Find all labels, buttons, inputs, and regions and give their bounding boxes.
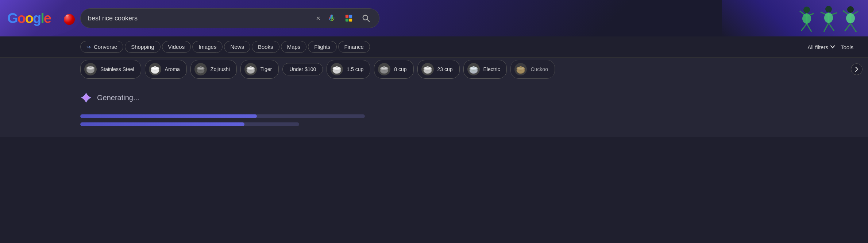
search-input[interactable] <box>88 15 316 22</box>
chip-img-8-cup <box>378 63 390 75</box>
chip-under-100[interactable]: Under $100 <box>282 63 323 75</box>
chip-zojirushi[interactable]: Zojirushi <box>190 60 237 79</box>
cuckoo-icon <box>516 64 526 74</box>
search-clear-button[interactable]: × <box>316 14 320 23</box>
submit-search-button[interactable] <box>360 12 372 24</box>
chip-1-5-cup[interactable]: 1.5 cup <box>327 60 370 79</box>
gemini-icon <box>80 92 92 103</box>
dancer-2-icon <box>819 5 839 36</box>
nav-item-news[interactable]: News <box>224 41 250 53</box>
google-logo[interactable]: Google <box>7 11 51 26</box>
chip-label-electric: Electric <box>483 66 500 72</box>
svg-point-22 <box>847 6 854 13</box>
chip-8-cup[interactable]: 8 cup <box>374 60 413 79</box>
chip-cuckoo[interactable]: Cuckoo <box>510 60 555 79</box>
svg-rect-3 <box>349 15 352 18</box>
voice-search-button[interactable] <box>326 12 337 24</box>
zojirushi-icon <box>196 64 206 74</box>
aroma-icon <box>150 64 160 74</box>
progress-bars-container <box>80 114 788 126</box>
8-cup-icon <box>379 64 389 74</box>
nav-right-controls: All filters Tools <box>807 44 853 50</box>
svg-rect-44 <box>250 66 252 68</box>
tools-label: Tools <box>841 44 853 50</box>
image-search-button[interactable] <box>343 12 355 24</box>
svg-point-21 <box>824 13 833 23</box>
ai-generating-icon <box>80 92 92 103</box>
svg-rect-52 <box>383 66 385 68</box>
svg-rect-4 <box>346 19 348 21</box>
logo-g: G <box>7 11 18 26</box>
dancer-1-icon <box>797 5 817 36</box>
svg-point-8 <box>803 7 810 13</box>
chip-tiger[interactable]: Tiger <box>240 60 279 79</box>
progress-bar-1-fill <box>80 114 257 118</box>
all-filters-label: All filters <box>807 44 828 50</box>
chips-next-button[interactable] <box>851 63 863 75</box>
svg-rect-48 <box>336 66 338 68</box>
nav-item-videos[interactable]: Videos <box>162 41 191 53</box>
chip-img-1-5-cup <box>331 63 343 75</box>
nav-item-finance[interactable]: Finance <box>338 41 370 53</box>
nav-label-books: Books <box>258 44 273 50</box>
chip-label-under-100: Under $100 <box>289 66 316 72</box>
chip-23-cup[interactable]: 23 cup <box>417 60 460 79</box>
23-cup-icon <box>423 64 433 74</box>
chip-img-stainless-steel <box>84 63 97 75</box>
mic-icon <box>328 14 336 22</box>
chip-img-tiger <box>244 63 257 75</box>
svg-rect-40 <box>200 66 202 68</box>
generating-label: Generating... <box>97 94 139 102</box>
chip-label-1-5-cup: 1.5 cup <box>347 66 363 72</box>
dancer-3-icon <box>841 5 861 36</box>
chip-electric[interactable]: Electric <box>463 60 507 79</box>
chips-bar: Stainless Steel Aroma Zojirushi <box>0 58 868 81</box>
search-action-icons <box>326 12 372 24</box>
nav-item-maps[interactable]: Maps <box>281 41 307 53</box>
svg-rect-56 <box>427 66 429 68</box>
logo-area: Google <box>7 11 51 26</box>
svg-point-28 <box>846 13 855 23</box>
chevron-down-icon <box>830 44 835 50</box>
nav-item-books[interactable]: Books <box>252 41 279 53</box>
electric-icon <box>468 64 479 74</box>
svg-point-14 <box>802 13 811 24</box>
svg-rect-5 <box>349 19 352 21</box>
chip-label-tiger: Tiger <box>261 66 272 72</box>
nav-label-videos: Videos <box>168 44 185 50</box>
logo-o2: o <box>25 11 33 26</box>
search-bar: × <box>80 8 379 28</box>
nav-label-shopping: Shopping <box>131 44 154 50</box>
chip-label-cuckoo: Cuckoo <box>531 66 548 72</box>
dancer-decorations <box>797 0 868 36</box>
nav-item-converse[interactable]: ↪ Converse <box>80 41 123 53</box>
chip-img-23-cup <box>421 63 434 75</box>
svg-line-19 <box>824 23 829 32</box>
chip-stainless-steel[interactable]: Stainless Steel <box>80 60 141 79</box>
all-filters-button[interactable]: All filters <box>807 44 835 50</box>
nav-label-news: News <box>230 44 244 50</box>
logo-o1: o <box>18 11 25 26</box>
progress-bar-2-fill <box>80 122 244 126</box>
chip-img-zojirushi <box>194 63 207 75</box>
tools-button[interactable]: Tools <box>841 44 853 50</box>
chip-aroma[interactable]: Aroma <box>145 60 187 79</box>
nav-label-finance: Finance <box>344 44 364 50</box>
svg-rect-32 <box>89 66 92 68</box>
nav-item-shopping[interactable]: Shopping <box>125 41 160 53</box>
chip-img-cuckoo <box>514 63 527 75</box>
header: Google × <box>0 0 868 36</box>
nav-label-flights: Flights <box>314 44 330 50</box>
chip-label-aroma: Aroma <box>165 66 180 72</box>
logo-e: e <box>44 11 51 26</box>
nav-item-images[interactable]: Images <box>192 41 223 53</box>
nav-label-maps: Maps <box>287 44 301 50</box>
svg-line-20 <box>829 23 834 31</box>
svg-rect-2 <box>346 15 348 18</box>
svg-line-26 <box>845 23 850 31</box>
svg-line-7 <box>367 19 369 21</box>
logo-l: l <box>40 11 44 26</box>
nav-item-flights[interactable]: Flights <box>308 41 336 53</box>
svg-rect-64 <box>520 66 522 68</box>
converse-arrow-icon: ↪ <box>86 44 91 50</box>
